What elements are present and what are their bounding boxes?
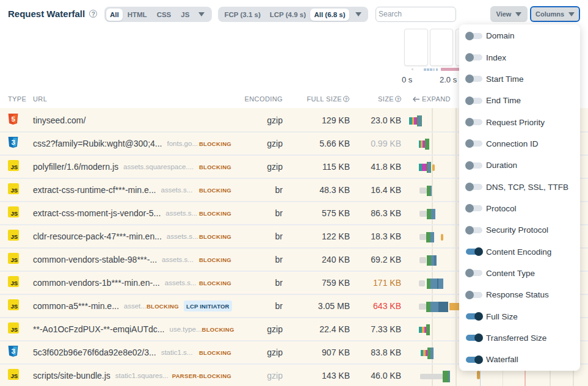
svg-text:JS: JS	[10, 233, 18, 240]
svg-text:JS: JS	[10, 257, 18, 263]
svg-text:5: 5	[11, 115, 15, 123]
svg-text:JS: JS	[10, 164, 18, 170]
svg-text:JS: JS	[10, 280, 18, 286]
svg-text:JS: JS	[10, 326, 18, 333]
svg-text:3: 3	[11, 348, 15, 355]
svg-text:JS: JS	[10, 210, 18, 217]
svg-text:JS: JS	[10, 187, 18, 194]
svg-text:3: 3	[11, 139, 15, 146]
svg-text:JS: JS	[10, 303, 18, 310]
svg-text:JS: JS	[10, 373, 18, 379]
